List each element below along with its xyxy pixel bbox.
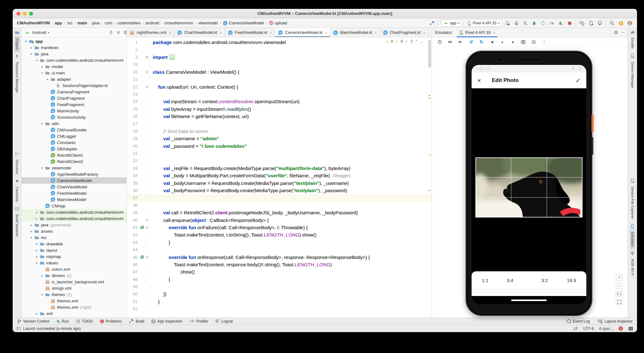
nav-overview-icon[interactable]: ■	[510, 39, 516, 45]
fold-marker[interactable]: ⊟	[145, 83, 150, 90]
phone-power-button[interactable]	[591, 115, 594, 132]
stripe-item-adb-wi-fi[interactable]: ADB Wi-Fi	[630, 257, 635, 278]
code-line-38[interactable]: 38	[127, 202, 432, 209]
tree-chevron-icon[interactable]: ▾	[40, 71, 45, 75]
tree-chevron-icon[interactable]: ▾	[45, 78, 50, 81]
tree-item-utils[interactable]: ▾utils	[22, 120, 126, 127]
tree-item-cmlogger[interactable]: CCMLogger	[22, 133, 126, 139]
code-line-31[interactable]: 31	[127, 150, 432, 157]
code-line-48[interactable]: 48⌃ }	[127, 276, 432, 283]
tree-item-themes-xml[interactable]: <>themes.xml(night)	[22, 304, 126, 310]
code-line-3[interactable]: 3⊞import ...	[127, 54, 432, 61]
code-line-40[interactable]: 40⊟ call.enqueue(object : Callback<Respo…	[127, 216, 432, 224]
aspect-ratio-16-9[interactable]: 16:9	[565, 276, 578, 284]
phone-volume-button[interactable]	[591, 137, 593, 155]
home-indicator[interactable]	[511, 299, 547, 301]
tree-chevron-icon[interactable]: ▸	[34, 255, 39, 258]
fold-marker[interactable]: ⊟	[145, 224, 150, 231]
fold-marker[interactable]: ⊟	[145, 253, 150, 261]
code-line-41[interactable]: 41⊟ override fun onFailure(call: Call<Re…	[127, 224, 432, 231]
hammer-icon[interactable]	[428, 20, 435, 27]
stripe-item-device-manager[interactable]: Device Manager	[630, 60, 635, 91]
tree-chevron-icon[interactable]: ▸	[34, 249, 39, 252]
code-line-44[interactable]: 44	[127, 246, 432, 253]
chevron-down-icon[interactable]: ▾	[48, 31, 49, 34]
stripe-item-device-file-explorer[interactable]: Device File Explorer	[630, 184, 635, 221]
toolwindow-run[interactable]: Run	[56, 319, 69, 324]
tree-item-dimens[interactable]: ▸dimens(5)	[22, 272, 126, 279]
breadcrumb-item-cameraviewmodel[interactable]: CCameraViewModel	[222, 20, 265, 26]
stripe-item-resource-manager[interactable]: Resource Manager	[15, 60, 20, 95]
fold-marker[interactable]: ⌃	[145, 239, 150, 246]
tree-item-cmassetbundle[interactable]: CCMAssetBundle	[22, 127, 126, 133]
stripe-item-emulator[interactable]: Emulator	[630, 230, 635, 249]
window-toggle-icon[interactable]	[16, 326, 21, 331]
code-line-29[interactable]: 29 val _username = "admin"	[127, 135, 432, 142]
confirm-check-icon[interactable]: ✓	[576, 77, 581, 84]
tree-item-viewmodel[interactable]: ▾viewmodel	[22, 165, 126, 171]
tree-chevron-icon[interactable]: ▸	[34, 242, 39, 246]
tree-item-layout[interactable]: ▸layout	[22, 247, 126, 253]
breadcrumb-item-com[interactable]: com	[104, 20, 113, 26]
tree-item-retrofitclient1[interactable]: CRetrofitClient1	[22, 152, 126, 158]
aspect-ratio-3-2[interactable]: 3:2	[539, 276, 550, 284]
breadcrumb-item-cmauthenmvvm[interactable]: cmauthenmvvm	[163, 20, 194, 26]
zoom-out-button[interactable]: −	[616, 282, 623, 289]
toolwindow-logcat[interactable]: Logcat	[215, 319, 233, 324]
run-configuration-dropdown[interactable]: app▾	[441, 20, 462, 27]
expand-all-icon[interactable]	[109, 30, 113, 35]
tree-chevron-icon[interactable]: ▸	[34, 312, 39, 315]
tree-item-manifests[interactable]: ▸manifests	[22, 44, 126, 51]
tab-build-g[interactable]: build.g▾	[428, 28, 432, 37]
close-icon[interactable]: ×	[169, 31, 171, 35]
code-line-24[interactable]: 24 val inputStream = context.contentReso…	[127, 98, 432, 105]
stripe-item-project[interactable]: Project	[15, 36, 20, 52]
mirror-device-icon[interactable]	[578, 20, 585, 27]
fold-marker[interactable]: ⊟	[145, 216, 150, 224]
rotate-right-icon[interactable]: ↻	[478, 39, 485, 45]
code-line-47[interactable]: 47 .show()	[127, 268, 432, 275]
tree-item-assets[interactable]: ▸assets	[22, 228, 126, 234]
code-line-34[interactable]: 34 val _body = MultipartBody.Part.create…	[127, 172, 432, 179]
toolwindow-profiler[interactable]: Profiler	[189, 318, 208, 324]
code-line-52[interactable]: 52	[127, 305, 432, 312]
search-icon[interactable]	[609, 20, 615, 27]
stripe-item-favorites[interactable]: Favorites	[15, 185, 20, 204]
tree-item-retrofitclient2[interactable]: CRetrofitClient2	[22, 158, 126, 165]
code-line-28[interactable]: 28 // Sent Data to server	[127, 128, 432, 135]
code-line-39[interactable]: 39 val call = RetrofitClient2.client.pos…	[127, 209, 432, 216]
code-line-36[interactable]: 36 val _bodyPassword = RequestBody.creat…	[127, 187, 432, 194]
code-line-23[interactable]: 23	[127, 91, 432, 98]
tree-item-strings-xml[interactable]: <>strings.xml	[22, 285, 126, 291]
toolwindow-layout-inspector[interactable]: Layout Inspector	[598, 319, 633, 324]
toolwindow-build[interactable]: Build	[129, 318, 144, 324]
code-line-37[interactable]: 37	[127, 194, 432, 201]
code-line-43[interactable]: 43⌃ }	[127, 239, 432, 246]
tree-chevron-icon[interactable]: ▸	[34, 211, 39, 214]
tree-item-mainviewmodel[interactable]: CMainViewModel	[22, 196, 126, 203]
collapse-all-icon[interactable]	[116, 30, 121, 35]
stop-icon[interactable]	[566, 20, 573, 27]
aspect-ratio-1-1[interactable]: 1:1	[480, 276, 490, 284]
code-line-19[interactable]: 19	[127, 61, 432, 68]
tab-chartfragment-kt[interactable]: CChartFragment.kt×	[380, 28, 428, 37]
nav-back-icon[interactable]: ◀	[489, 39, 495, 45]
status-utf-8[interactable]: UTF-8	[583, 326, 594, 331]
zoom-actual-button[interactable]: 1:1	[615, 291, 623, 297]
device-dropdown[interactable]: Pixel 4 API 33▾	[464, 20, 502, 27]
dog-photo[interactable]	[475, 157, 583, 217]
toolwindow-problems[interactable]: Problems	[100, 319, 122, 324]
tree-item-drawable[interactable]: ▸drawable	[22, 241, 126, 247]
tree-item-java[interactable]: ▾java	[22, 51, 126, 57]
sdk-download-icon[interactable]	[596, 20, 603, 27]
code-line-42[interactable]: 42 Toast.makeText(context, t.toString(),…	[127, 231, 432, 238]
tree-item-successactivity[interactable]: CSuccessActivity	[22, 114, 126, 120]
maximize-window-button[interactable]	[29, 12, 33, 16]
code-line-25[interactable]: 25 val byteArray = inputStream!!.readByt…	[127, 105, 432, 113]
breadcrumb-item-app[interactable]: app	[54, 20, 63, 26]
rerun-icon[interactable]	[504, 20, 511, 27]
profile-icon[interactable]	[548, 20, 555, 27]
prev-issue-button[interactable]: ⌃	[415, 39, 418, 44]
code-line-27[interactable]: 27	[127, 120, 432, 127]
code-line-46[interactable]: 46 Toast.makeText(context, response.body…	[127, 261, 432, 268]
